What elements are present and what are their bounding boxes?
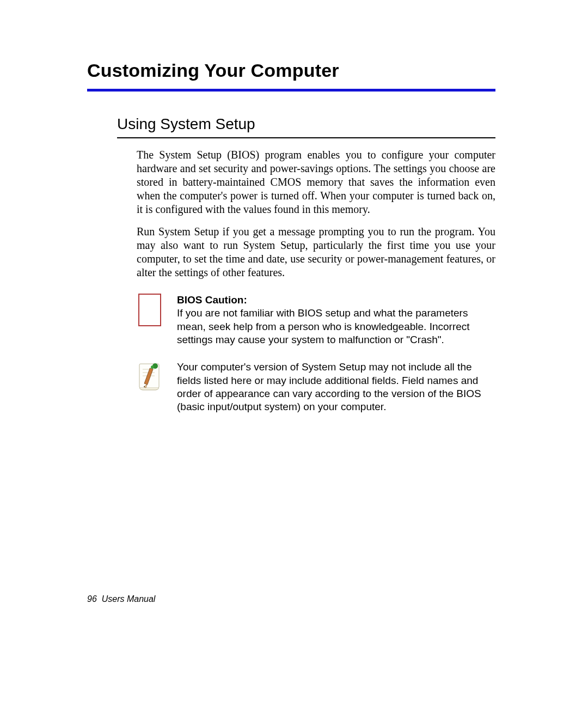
note-text: Your computer's version of System Setup … [177,361,495,413]
section-title: Using System Setup [117,115,495,133]
document-page: Customizing Your Computer Using System S… [0,0,588,713]
pencil-note-icon [137,361,162,393]
footer-label: Users Manual [102,594,156,604]
paragraph: Run System Setup if you get a message pr… [137,225,495,279]
page-footer: 96 Users Manual [87,594,155,604]
section-rule [117,137,495,138]
body-column: The System Setup (BIOS) program enables … [137,148,495,279]
caution-box-icon [138,294,161,326]
section: Using System Setup The System Setup (BIO… [117,115,495,414]
chapter-title: Customizing Your Computer [87,60,495,81]
chapter-rule [87,89,495,92]
caution-heading: BIOS Caution: [177,294,247,306]
caution-block: BIOS Caution: If you are not familiar wi… [137,294,495,346]
caution-icon-column [137,294,163,326]
page-number: 96 [87,594,97,604]
svg-point-5 [151,365,154,369]
note-icon-column [137,361,163,393]
note-block: Your computer's version of System Setup … [137,361,495,413]
caution-text: BIOS Caution: If you are not familiar wi… [177,294,495,346]
paragraph: The System Setup (BIOS) program enables … [137,148,495,216]
caution-body: If you are not familiar with BIOS setup … [177,307,470,345]
note-body: Your computer's version of System Setup … [177,361,481,412]
